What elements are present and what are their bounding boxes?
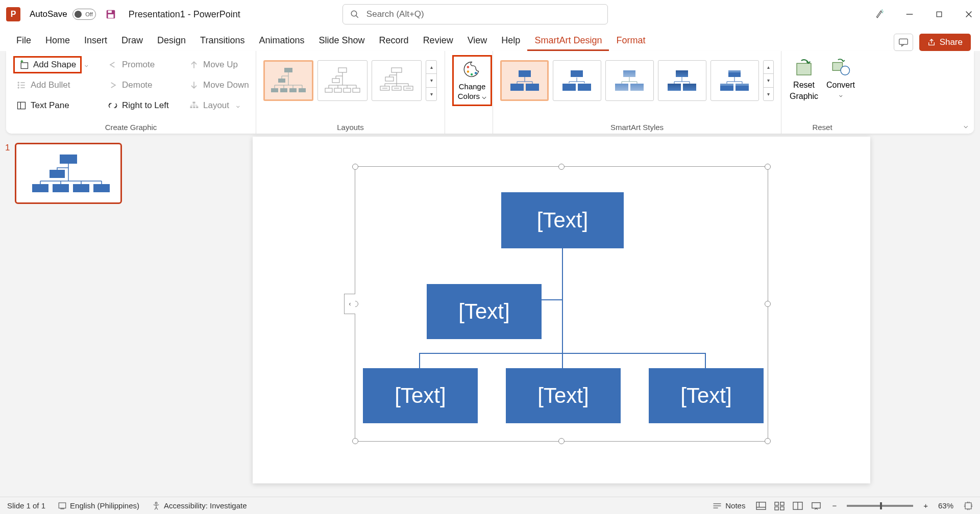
rtl-icon: [108, 100, 118, 111]
collapse-ribbon-icon[interactable]: ⌵: [964, 121, 968, 130]
svg-rect-77: [53, 184, 69, 192]
svg-rect-80: [59, 503, 66, 508]
tab-design[interactable]: Design: [150, 30, 193, 51]
demote-button: Demote: [105, 75, 184, 95]
reset-graphic-button[interactable]: Reset Graphic: [790, 57, 818, 101]
svg-rect-53: [519, 70, 531, 77]
layout-option-3[interactable]: [372, 60, 422, 101]
svg-rect-62: [676, 70, 688, 77]
slide-editor[interactable]: ‹ [Text] [Text] [Text] [Text] [Text]: [143, 134, 980, 497]
zoom-in-button[interactable]: +: [923, 501, 928, 510]
normal-view-icon[interactable]: [755, 501, 767, 510]
resize-handle[interactable]: [558, 438, 565, 444]
search-input[interactable]: Search (Alt+Q): [342, 4, 608, 24]
style-option-3[interactable]: [605, 60, 654, 101]
tab-format[interactable]: Format: [609, 30, 652, 51]
org-box-assistant[interactable]: [Text]: [427, 284, 542, 339]
slide-panel[interactable]: 1: [0, 134, 143, 497]
status-bar: Slide 1 of 1 English (Philippines) Acces…: [0, 497, 980, 514]
promote-button: Promote: [105, 55, 184, 74]
tab-view[interactable]: View: [460, 30, 495, 51]
resize-handle[interactable]: [558, 164, 565, 170]
comments-button[interactable]: [894, 34, 913, 51]
tab-help[interactable]: Help: [494, 30, 527, 51]
tab-draw[interactable]: Draw: [114, 30, 150, 51]
reset-icon: [793, 57, 815, 79]
tab-record[interactable]: Record: [372, 30, 416, 51]
close-icon[interactable]: [964, 9, 974, 19]
scroll-up-icon[interactable]: ▴: [764, 61, 773, 74]
layout-option-2[interactable]: [317, 60, 368, 101]
org-box-child-1[interactable]: [Text]: [363, 368, 478, 423]
resize-handle[interactable]: [765, 164, 771, 170]
title-bar: P AutoSave Off Presentation1 - PowerPoin…: [0, 0, 980, 29]
group-layouts: ▴ ▾ ▾ Layouts: [256, 51, 445, 134]
language-status[interactable]: English (Philippines): [58, 501, 139, 510]
scroll-down-icon[interactable]: ▾: [764, 74, 773, 87]
scroll-more-icon[interactable]: ▾: [426, 88, 436, 100]
org-box-top[interactable]: [Text]: [501, 192, 624, 248]
slide-counter[interactable]: Slide 1 of 1: [7, 501, 45, 510]
style-gallery-scroll[interactable]: ▴ ▾ ▾: [763, 60, 774, 101]
save-icon[interactable]: [105, 9, 116, 20]
add-shape-button[interactable]: Add Shape: [13, 56, 82, 73]
resize-handle[interactable]: [352, 164, 358, 170]
style-option-5[interactable]: [710, 60, 759, 101]
document-title: Presentation1 - PowerPoint: [129, 9, 240, 20]
mic-icon[interactable]: [875, 9, 885, 19]
move-down-button: Move Down: [186, 75, 265, 95]
scroll-more-icon[interactable]: ▾: [764, 88, 773, 100]
style-option-2[interactable]: [553, 60, 601, 101]
tab-file[interactable]: File: [9, 30, 38, 51]
tab-home[interactable]: Home: [38, 30, 77, 51]
svg-point-73: [841, 66, 850, 75]
sorter-view-icon[interactable]: [774, 501, 785, 510]
change-colors-button[interactable]: Change Colors ⌵: [452, 55, 492, 106]
minimize-icon[interactable]: [904, 9, 915, 19]
fit-to-window-icon[interactable]: [964, 501, 973, 510]
scroll-up-icon[interactable]: ▴: [426, 61, 436, 74]
tab-insert[interactable]: Insert: [77, 30, 114, 51]
text-pane-button[interactable]: Text Pane: [13, 96, 103, 115]
resize-handle[interactable]: [765, 438, 771, 444]
svg-rect-95: [812, 502, 820, 508]
notes-button[interactable]: Notes: [712, 501, 745, 510]
reading-view-icon[interactable]: [792, 501, 803, 510]
tab-review[interactable]: Review: [416, 30, 460, 51]
slide-thumbnail-1[interactable]: [15, 143, 122, 204]
layout-option-1[interactable]: [263, 60, 313, 101]
accessibility-status[interactable]: Accessibility: Investigate: [152, 501, 247, 510]
tab-animations[interactable]: Animations: [252, 30, 311, 51]
zoom-level[interactable]: 63%: [938, 501, 953, 510]
style-option-1[interactable]: [500, 60, 549, 101]
svg-rect-70: [736, 84, 749, 86]
resize-handle[interactable]: [352, 438, 358, 444]
toggle-switch[interactable]: Off: [72, 9, 96, 20]
ribbon-tabs: File Home Insert Draw Design Transitions…: [0, 29, 980, 51]
share-button[interactable]: Share: [919, 34, 971, 51]
tab-slide-show[interactable]: Slide Show: [312, 30, 372, 51]
svg-rect-6: [937, 12, 942, 17]
autosave-toggle[interactable]: AutoSave Off: [30, 9, 96, 20]
layout-gallery-scroll[interactable]: ▴ ▾ ▾: [426, 60, 437, 101]
svg-rect-29: [284, 68, 292, 72]
svg-rect-32: [280, 88, 287, 92]
smartart-selection[interactable]: ‹ [Text] [Text] [Text] [Text] [Text]: [355, 166, 768, 442]
scroll-down-icon[interactable]: ▾: [426, 74, 436, 87]
zoom-slider[interactable]: [847, 505, 913, 507]
style-option-4[interactable]: [658, 60, 706, 101]
org-box-child-3[interactable]: [Text]: [649, 368, 764, 423]
tab-smartart-design[interactable]: SmartArt Design: [527, 30, 609, 51]
add-shape-dropdown[interactable]: ⌵: [82, 62, 91, 68]
right-to-left-button[interactable]: Right to Left: [105, 96, 184, 115]
slide-canvas[interactable]: ‹ [Text] [Text] [Text] [Text] [Text]: [253, 137, 870, 483]
org-box-child-2[interactable]: [Text]: [506, 368, 621, 423]
maximize-icon[interactable]: [934, 9, 944, 19]
resize-handle[interactable]: [765, 301, 771, 307]
convert-button[interactable]: Convert ⌵: [826, 57, 855, 98]
tab-transitions[interactable]: Transitions: [193, 30, 252, 51]
zoom-out-button[interactable]: −: [832, 501, 837, 510]
text-pane-handle[interactable]: ‹: [344, 294, 355, 314]
slideshow-view-icon[interactable]: [811, 501, 822, 510]
svg-rect-34: [299, 88, 306, 92]
